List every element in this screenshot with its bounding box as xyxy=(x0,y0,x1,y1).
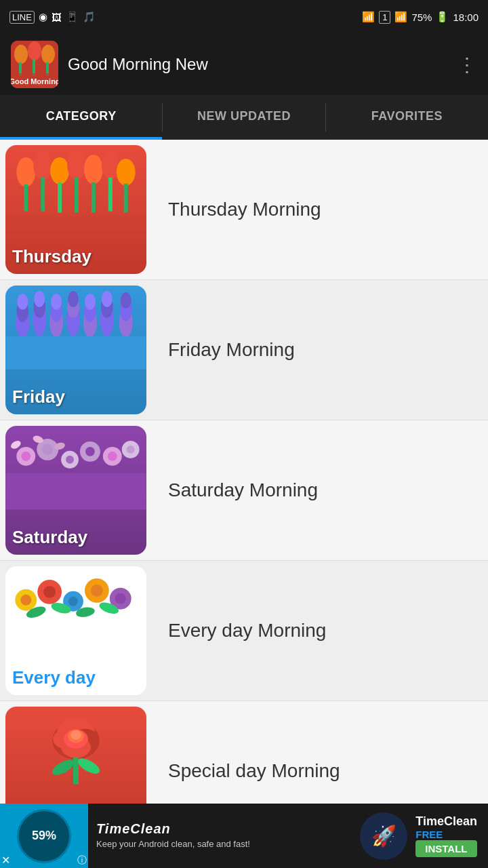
svg-rect-22 xyxy=(124,184,128,213)
ad-close-icon[interactable]: ✕ xyxy=(1,854,10,867)
image-icon: 🖼 xyxy=(52,12,62,23)
svg-point-56 xyxy=(127,446,135,454)
ad-free-label: FREE xyxy=(415,829,477,840)
battery-percentage: 75% xyxy=(411,12,432,23)
svg-point-34 xyxy=(68,291,79,307)
app-icon-svg: Good Morning xyxy=(11,41,58,88)
ad-banner: 59% ✕ ⓘ TimeClean Keep your Android clea… xyxy=(0,804,488,868)
svg-point-13 xyxy=(84,155,103,184)
list-item[interactable]: Thursday Thursday Morning xyxy=(0,140,488,280)
friday-flowers-svg xyxy=(5,285,146,370)
app-icon: Good Morning xyxy=(11,41,58,88)
line-icon: LINE xyxy=(9,11,35,24)
everyday-flowers-svg xyxy=(5,566,146,650)
svg-point-1 xyxy=(14,45,28,64)
svg-point-82 xyxy=(70,730,81,740)
svg-point-11 xyxy=(50,157,69,184)
ad-app-icon: 59% ✕ ⓘ xyxy=(0,804,88,868)
music-icon: 🎵 xyxy=(83,11,96,23)
svg-rect-17 xyxy=(41,178,45,212)
ad-app-name-label: TimeClean xyxy=(415,814,477,829)
ad-right-col: 🚀 TimeClean FREE INSTALL xyxy=(360,812,477,860)
ad-brand-label: TimeClean xyxy=(96,821,171,836)
thursday-flowers-svg xyxy=(5,145,146,229)
svg-point-37 xyxy=(85,294,96,310)
svg-point-66 xyxy=(68,597,78,606)
ad-rocket-icon: 🚀 xyxy=(360,812,407,860)
tab-new-updated[interactable]: NEW UPDATED xyxy=(163,95,325,140)
svg-point-10 xyxy=(33,151,52,180)
thursday-title: Thursday Morning xyxy=(152,199,338,220)
svg-point-31 xyxy=(51,294,62,310)
more-options-icon[interactable]: ⋮ xyxy=(458,54,477,76)
svg-point-14 xyxy=(102,152,119,179)
saturday-title: Saturday Morning xyxy=(152,479,334,501)
battery-icon: 🔋 xyxy=(436,11,449,23)
svg-point-84 xyxy=(50,757,77,778)
tab-category[interactable]: CATEGORY xyxy=(0,95,162,140)
svg-rect-16 xyxy=(24,184,28,212)
svg-rect-20 xyxy=(92,182,96,213)
svg-rect-18 xyxy=(58,182,62,213)
ad-brand-name: TimeClean xyxy=(96,821,341,837)
svg-point-28 xyxy=(34,291,45,307)
saturday-thumbnail: Saturday xyxy=(5,426,146,555)
category-list: Thursday Thursday Morning xyxy=(0,140,488,842)
friday-thumbnail: Friday xyxy=(5,285,146,414)
svg-point-9 xyxy=(16,157,35,187)
status-bar: LINE ◉ 🖼 📱 🎵 📶 1 📶 75% 🔋 18:00 xyxy=(0,0,488,34)
everyday-label: Every day xyxy=(12,667,96,688)
ad-info-icon[interactable]: ⓘ xyxy=(77,854,87,867)
svg-rect-60 xyxy=(5,473,146,510)
saturday-label: Saturday xyxy=(12,527,87,548)
ad-percentage: 59% xyxy=(32,829,56,843)
ad-name-install-col: TimeClean FREE INSTALL xyxy=(415,814,477,857)
list-item[interactable]: Every day Every day Morning xyxy=(0,561,488,701)
thursday-label: Thursday xyxy=(12,246,92,267)
svg-point-64 xyxy=(43,586,56,598)
ad-middle-content: TimeClean Keep your Android clean, safe … xyxy=(88,816,349,856)
svg-text:Good Morning: Good Morning xyxy=(11,77,58,85)
target-icon: ◉ xyxy=(39,11,47,23)
svg-point-2 xyxy=(28,41,41,60)
svg-point-50 xyxy=(66,456,74,464)
list-item[interactable]: Saturday Saturday Morning xyxy=(0,420,488,561)
app-title: Good Morning New xyxy=(68,55,448,74)
friday-title: Friday Morning xyxy=(152,339,311,361)
status-left-icons: LINE ◉ 🖼 📱 🎵 xyxy=(9,11,96,24)
phone-icon: 📱 xyxy=(66,11,79,23)
svg-rect-83 xyxy=(73,757,79,785)
svg-point-46 xyxy=(21,452,30,461)
svg-point-62 xyxy=(20,595,31,606)
tab-bar: CATEGORY NEW UPDATED FAVORITES xyxy=(0,95,488,140)
ad-progress-circle: 59% xyxy=(17,809,71,863)
list-item[interactable]: Friday Friday Morning xyxy=(0,280,488,420)
svg-point-12 xyxy=(67,148,86,180)
saturday-flowers-svg xyxy=(5,426,146,510)
signal-icon: 📶 xyxy=(394,11,407,23)
time-display: 18:00 xyxy=(453,12,479,23)
svg-point-54 xyxy=(108,452,117,461)
svg-point-15 xyxy=(117,159,136,186)
svg-point-40 xyxy=(102,291,113,307)
specialday-title: Special day Morning xyxy=(152,760,357,782)
ad-install-button[interactable]: INSTALL xyxy=(415,840,477,857)
svg-point-52 xyxy=(85,447,95,456)
svg-rect-21 xyxy=(108,178,113,212)
everyday-thumbnail: Every day xyxy=(5,566,146,695)
thursday-thumbnail: Thursday xyxy=(5,145,146,274)
app-bar: Good Morning Good Morning New ⋮ xyxy=(0,34,488,95)
svg-point-25 xyxy=(17,294,28,310)
status-right-icons: 📶 1 📶 75% 🔋 18:00 xyxy=(362,11,479,24)
svg-point-48 xyxy=(42,444,53,455)
sim-icon: 1 xyxy=(379,11,390,24)
ad-description: Keep your Android clean, safe and fast! xyxy=(96,839,341,850)
specialday-flowers-svg xyxy=(5,707,146,791)
friday-label: Friday xyxy=(12,387,65,408)
wifi-icon: 📶 xyxy=(362,11,375,23)
svg-point-43 xyxy=(121,292,131,309)
svg-point-68 xyxy=(91,585,103,597)
ad-right-content: 🚀 TimeClean FREE INSTALL xyxy=(349,807,488,865)
tab-favorites[interactable]: FAVORITES xyxy=(326,95,488,140)
svg-point-70 xyxy=(115,593,126,604)
